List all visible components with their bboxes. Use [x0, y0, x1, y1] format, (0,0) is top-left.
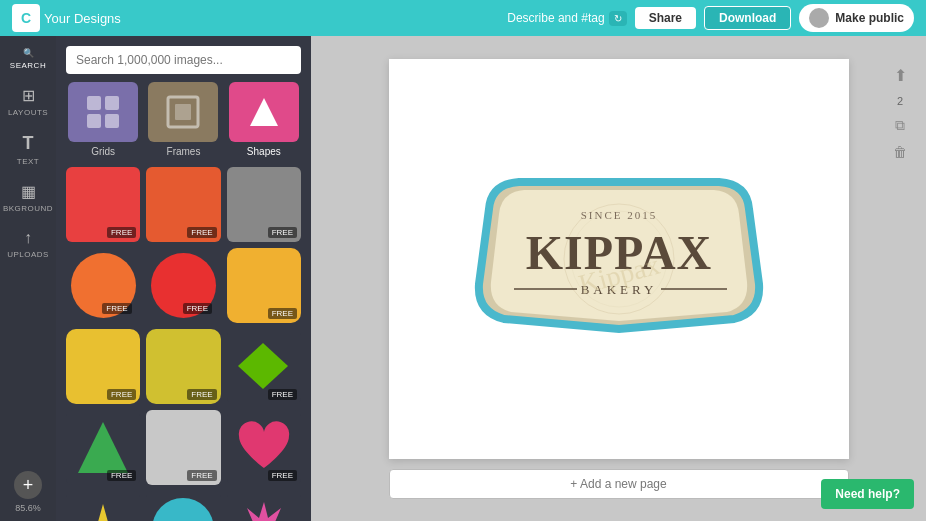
- uploads-icon: ↑: [24, 229, 32, 247]
- free-badge: FREE: [268, 308, 297, 319]
- shape-item[interactable]: FREE: [66, 248, 140, 323]
- frames-thumbnail: [148, 82, 218, 142]
- shape-item[interactable]: FREE: [66, 329, 140, 404]
- sidebar-item-text[interactable]: T TEXT: [0, 125, 56, 174]
- shapes-panel: Grids Frames Shapes FREE FREE: [56, 36, 311, 521]
- header-left: C Your Designs: [12, 4, 121, 32]
- svg-marker-10: [237, 502, 291, 522]
- free-badge: FREE: [102, 303, 131, 314]
- shape-item[interactable]: FREE: [227, 329, 301, 404]
- frames-label: Frames: [167, 146, 201, 157]
- svg-rect-2: [87, 114, 101, 128]
- svg-rect-3: [105, 114, 119, 128]
- shapes-label: Shapes: [247, 146, 281, 157]
- category-frames[interactable]: Frames: [146, 82, 220, 157]
- share-button[interactable]: Share: [635, 7, 696, 29]
- right-tools: ⬆ 2 ⧉ 🗑: [882, 56, 918, 160]
- background-icon: ▦: [21, 182, 36, 201]
- shapes-grid: FREE FREE FREE FREE FREE FREE: [56, 167, 311, 521]
- search-bar: [56, 36, 311, 82]
- free-badge: FREE: [107, 389, 136, 400]
- shape-item[interactable]: [66, 491, 140, 521]
- grids-label: Grids: [91, 146, 115, 157]
- logo-svg: SINCE 2015 KIPPAX BAKERY Kippax: [459, 164, 779, 354]
- sidebar-item-background[interactable]: ▦ BKGROUND: [0, 174, 56, 221]
- svg-marker-9: [79, 504, 127, 522]
- header: C Your Designs Describe and #tag ↻ Share…: [0, 0, 926, 36]
- free-badge: FREE: [268, 470, 297, 481]
- free-badge: FREE: [107, 470, 136, 481]
- sidebar-item-uploads[interactable]: ↑ UPLOADS: [0, 221, 56, 267]
- shapes-thumbnail: [229, 82, 299, 142]
- shape-item[interactable]: FREE: [66, 167, 140, 242]
- svg-marker-7: [238, 343, 288, 389]
- svg-rect-1: [105, 96, 119, 110]
- copy-icon[interactable]: ⧉: [895, 117, 905, 134]
- shape-item[interactable]: FREE: [146, 329, 220, 404]
- canva-logo-icon: C: [12, 4, 40, 32]
- search-icon: 🔍: [23, 48, 34, 58]
- download-button[interactable]: Download: [704, 6, 791, 30]
- delete-icon[interactable]: 🗑: [893, 144, 907, 160]
- add-button[interactable]: +: [14, 471, 42, 499]
- category-grids[interactable]: Grids: [66, 82, 140, 157]
- main-layout: 🔍 SEARCH ⊞ LAYOUTS T TEXT ▦ BKGROUND ↑ U…: [0, 36, 926, 521]
- shape-item[interactable]: FREE: [227, 410, 301, 485]
- zoom-level: 85.6%: [15, 503, 41, 513]
- layouts-icon: ⊞: [22, 86, 35, 105]
- sidebar-bottom: + 85.6%: [0, 471, 56, 513]
- category-shapes[interactable]: Shapes: [227, 82, 301, 157]
- shape-item[interactable]: FREE: [227, 491, 301, 521]
- arrange-icon[interactable]: ⬆: [894, 66, 907, 85]
- describe-tag-label: Describe and #tag ↻: [507, 11, 626, 26]
- canva-logo[interactable]: C Your Designs: [12, 4, 121, 32]
- svg-rect-0: [87, 96, 101, 110]
- free-badge: FREE: [268, 227, 297, 238]
- free-badge: FREE: [268, 389, 297, 400]
- header-right: Describe and #tag ↻ Share Download Make …: [507, 4, 914, 32]
- text-icon: T: [23, 133, 34, 154]
- canvas-area: SINCE 2015 KIPPAX BAKERY Kippax + Add a …: [311, 36, 926, 521]
- tag-icon: ↻: [609, 11, 627, 26]
- shape-item[interactable]: FREE: [66, 410, 140, 485]
- grids-thumbnail: [68, 82, 138, 142]
- free-badge: FREE: [187, 470, 216, 481]
- shape-item[interactable]: FREE: [227, 167, 301, 242]
- make-public-button[interactable]: Make public: [799, 4, 914, 32]
- canvas-page[interactable]: SINCE 2015 KIPPAX BAKERY Kippax: [389, 59, 849, 459]
- shape-item[interactable]: FREE: [227, 248, 301, 323]
- need-help-button[interactable]: Need help?: [821, 479, 914, 509]
- page-number: 2: [897, 95, 903, 107]
- shape-item[interactable]: [146, 491, 220, 521]
- free-badge: FREE: [187, 227, 216, 238]
- free-badge: FREE: [107, 227, 136, 238]
- shape-item[interactable]: FREE: [146, 410, 220, 485]
- shape-categories: Grids Frames Shapes: [56, 82, 311, 167]
- shape-item[interactable]: FREE: [146, 167, 220, 242]
- add-page-button[interactable]: + Add a new page: [389, 469, 849, 499]
- search-input[interactable]: [66, 46, 301, 74]
- your-designs-label[interactable]: Your Designs: [44, 11, 121, 26]
- svg-rect-5: [175, 104, 191, 120]
- free-badge: FREE: [187, 389, 216, 400]
- free-badge: FREE: [183, 303, 212, 314]
- sidebar-item-search[interactable]: 🔍 SEARCH: [0, 40, 56, 78]
- sidebar: 🔍 SEARCH ⊞ LAYOUTS T TEXT ▦ BKGROUND ↑ U…: [0, 36, 56, 521]
- sidebar-item-layouts[interactable]: ⊞ LAYOUTS: [0, 78, 56, 125]
- svg-marker-6: [250, 98, 278, 126]
- shape-item[interactable]: FREE: [146, 248, 220, 323]
- svg-marker-8: [78, 422, 128, 473]
- avatar: [809, 8, 829, 28]
- svg-text:SINCE 2015: SINCE 2015: [580, 209, 657, 221]
